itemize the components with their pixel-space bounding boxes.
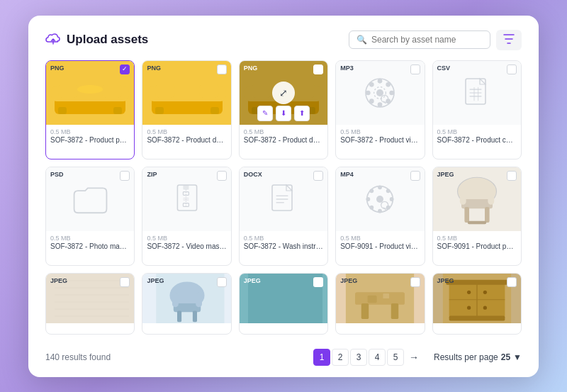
card-checkbox-7[interactable] bbox=[217, 171, 227, 181]
download-action-button[interactable]: ⬇ bbox=[276, 106, 291, 121]
card-type-3: PNG bbox=[244, 65, 258, 72]
card-info-1: 0.5 MB SOF-3872 - Product photo bbox=[46, 125, 134, 148]
asset-card-11[interactable]: JPEG bbox=[45, 273, 135, 335]
svg-point-53 bbox=[390, 197, 394, 201]
pagination: 1 2 3 4 5 → bbox=[313, 349, 422, 366]
page-button-4[interactable]: 4 bbox=[369, 349, 386, 366]
asset-card-10[interactable]: JPEG 0.5 MB SOF-9091 - Product photo bbox=[432, 167, 522, 266]
asset-card-1[interactable]: PNG 0.5 MB SOF-3872 - Product photo bbox=[45, 60, 135, 159]
card-checkbox-2[interactable] bbox=[217, 65, 227, 74]
expand-icon: ⤢ bbox=[272, 82, 295, 104]
card-thumbnail-9: MP4 bbox=[336, 167, 424, 231]
card-thumbnail-5: CSV bbox=[433, 61, 521, 125]
results-per-page: Results per page 25 ▼ bbox=[434, 352, 522, 362]
card-size-2: 0.5 MB bbox=[147, 128, 226, 135]
upload-cloud-icon bbox=[45, 32, 61, 48]
next-page-button[interactable]: → bbox=[405, 349, 422, 366]
asset-card-9[interactable]: MP4 0.5 MB SOF-9091 - Product video bbox=[335, 167, 425, 266]
card-thumbnail-10: JPEG bbox=[433, 167, 521, 231]
asset-card-14[interactable]: JPEG bbox=[335, 273, 425, 335]
modal-header: Upload assets 🔍 bbox=[45, 30, 522, 50]
asset-card-7[interactable]: ZIP 0.5 MB SOF-3872 - Video master bbox=[142, 167, 231, 266]
asset-card-12[interactable]: JPEG bbox=[142, 273, 231, 335]
card-type-6: PSD bbox=[50, 171, 64, 178]
card-name-6: SOF-3872 - Photo masters bbox=[50, 242, 130, 250]
svg-point-21 bbox=[378, 79, 383, 84]
card-checkbox-14[interactable] bbox=[410, 277, 420, 287]
svg-rect-5 bbox=[113, 107, 122, 114]
asset-grid: PNG 0.5 MB SOF-3872 - Product photo PNG bbox=[45, 60, 522, 335]
search-icon: 🔍 bbox=[357, 35, 367, 45]
asset-card-15[interactable]: JPEG bbox=[432, 273, 522, 335]
asset-card-13[interactable]: JPEG bbox=[239, 273, 328, 335]
search-input[interactable] bbox=[371, 35, 483, 45]
page-button-5[interactable]: 5 bbox=[387, 349, 404, 366]
svg-rect-80 bbox=[192, 310, 196, 322]
card-checkbox-10[interactable] bbox=[507, 171, 517, 181]
svg-rect-12 bbox=[210, 107, 219, 114]
svg-rect-79 bbox=[177, 310, 181, 322]
page-button-2[interactable]: 2 bbox=[332, 349, 349, 366]
card-checkbox-8[interactable] bbox=[313, 171, 323, 181]
card-info-8: 0.5 MB SOF-3872 - Wash instructions bbox=[240, 231, 327, 254]
card-checkbox-12[interactable] bbox=[217, 277, 227, 287]
svg-rect-2 bbox=[58, 84, 78, 98]
card-size-1: 0.5 MB bbox=[50, 128, 130, 135]
svg-rect-11 bbox=[155, 107, 164, 114]
svg-rect-77 bbox=[172, 292, 179, 307]
card-thumbnail-2: PNG bbox=[142, 61, 230, 125]
page-button-1[interactable]: 1 bbox=[313, 349, 330, 366]
results-per-page-label: Results per page bbox=[434, 352, 498, 362]
card-checkbox-15[interactable] bbox=[507, 277, 517, 287]
card-type-4: MP3 bbox=[340, 65, 354, 72]
svg-point-20 bbox=[376, 89, 383, 96]
modal-title: Upload assets bbox=[67, 33, 148, 47]
card-checkbox-3[interactable] bbox=[313, 65, 323, 74]
svg-point-56 bbox=[386, 189, 391, 193]
card-type-12: JPEG bbox=[147, 277, 164, 284]
svg-rect-96 bbox=[449, 315, 505, 320]
asset-card-6[interactable]: PSD 0.5 MB SOF-3872 - Photo masters bbox=[45, 167, 135, 266]
card-name-7: SOF-3872 - Video master bbox=[147, 242, 226, 250]
card-thumbnail-1: PNG bbox=[46, 61, 134, 125]
card-name-8: SOF-3872 - Wash instructions bbox=[244, 242, 323, 250]
svg-rect-39 bbox=[183, 185, 189, 189]
card-checkbox-11[interactable] bbox=[120, 277, 130, 287]
card-info-3: 0.5 MB SOF-3872 - Product detail 2 bbox=[240, 125, 327, 148]
card-size-3: 0.5 MB bbox=[244, 128, 323, 135]
card-info-6: 0.5 MB SOF-3872 - Photo masters bbox=[46, 231, 134, 254]
svg-rect-65 bbox=[485, 207, 490, 223]
card-thumbnail-4: MP3 bbox=[336, 61, 424, 125]
results-per-page-chevron[interactable]: ▼ bbox=[513, 352, 522, 362]
card-checkbox-13[interactable] bbox=[313, 277, 323, 287]
card-checkbox-9[interactable] bbox=[410, 171, 420, 181]
card-type-8: DOCX bbox=[244, 171, 262, 178]
card-size-5: 0.5 MB bbox=[437, 128, 517, 135]
svg-rect-66 bbox=[468, 220, 486, 223]
card-checkbox-5[interactable] bbox=[507, 65, 517, 74]
asset-card-5[interactable]: CSV 0.5 MB SOF-3872 - Product color codi… bbox=[432, 60, 522, 159]
svg-rect-4 bbox=[58, 107, 67, 114]
edit-action-button[interactable]: ✎ bbox=[257, 106, 273, 121]
asset-card-8[interactable]: DOCX 0.5 MB SOF-3872 - Wash instructions bbox=[239, 167, 328, 266]
card-checkbox-1[interactable] bbox=[120, 65, 130, 74]
svg-point-54 bbox=[370, 189, 374, 193]
asset-card-3[interactable]: ⤢ ✎ ⬇ ⬆ PNG 0.5 MB SOF-3872 - Product de… bbox=[239, 60, 328, 159]
card-info-7: 0.5 MB SOF-3872 - Video master bbox=[142, 231, 230, 254]
card-thumbnail-14: JPEG bbox=[336, 274, 424, 323]
filter-button[interactable] bbox=[496, 30, 522, 50]
page-button-3[interactable]: 3 bbox=[350, 349, 367, 366]
card-checkbox-6[interactable] bbox=[120, 171, 130, 181]
share-action-button[interactable]: ⬆ bbox=[294, 106, 310, 121]
asset-card-4[interactable]: MP3 0.5 MB SOF-3872 - Product video bbox=[335, 60, 425, 159]
card-type-15: JPEG bbox=[437, 277, 454, 284]
svg-rect-63 bbox=[488, 187, 494, 204]
card-info-9: 0.5 MB SOF-9091 - Product video bbox=[336, 231, 424, 254]
card-name-3: SOF-3872 - Product detail 2 bbox=[244, 136, 323, 144]
card-checkbox-4[interactable] bbox=[410, 65, 420, 74]
asset-card-2[interactable]: PNG 0.5 MB SOF-3872 - Product detail 1 bbox=[142, 60, 231, 159]
svg-rect-64 bbox=[464, 207, 469, 223]
search-box[interactable]: 🔍 bbox=[349, 30, 490, 49]
card-thumbnail-11: JPEG bbox=[46, 274, 134, 323]
card-thumbnail-8: DOCX bbox=[240, 167, 327, 231]
